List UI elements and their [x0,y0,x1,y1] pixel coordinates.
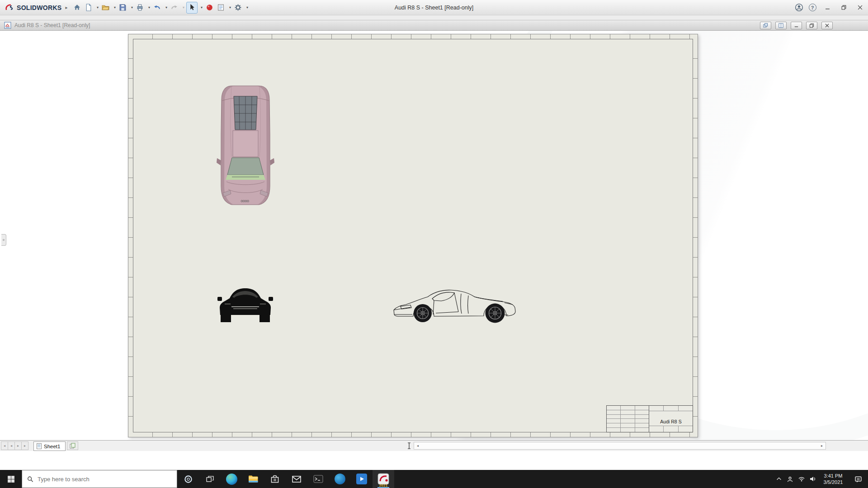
marketplace-button[interactable] [204,2,215,14]
tile-windows-icon [778,23,783,28]
account-button[interactable] [792,1,806,14]
caret-down-icon[interactable]: ▾ [164,5,168,9]
drawing-view-front[interactable] [217,287,273,323]
sheet-tab-bar: ◂ ◂ ▸ ▸ Sheet1 ◂ ▸ [0,440,868,451]
help-button[interactable]: ? [806,1,819,14]
caret-down-icon[interactable]: ▾ [147,5,151,9]
add-sheet-button[interactable] [67,441,78,450]
last-sheet-button[interactable]: ▸ [21,441,28,450]
taskbar-search[interactable] [22,470,177,488]
search-input[interactable] [38,476,172,483]
car-top-view-drawing [217,84,274,206]
tray-user-button[interactable] [784,476,796,483]
edge-button[interactable] [221,470,242,488]
scroll-right-icon[interactable]: ▸ [818,444,826,448]
caret-down-icon[interactable]: ▾ [245,5,249,9]
file-explorer-icon [248,474,259,484]
gear-icon [234,4,242,11]
sheet-navigation: ◂ ◂ ▸ ▸ [1,441,28,450]
doc-restore-button[interactable] [806,22,817,29]
3ds-logo-icon [5,3,14,12]
ruler-top [133,34,693,39]
doc-minimize-button[interactable] [791,22,802,29]
sheet-icon [37,443,42,449]
redo-icon [170,4,178,11]
minimize-icon [825,5,830,10]
home-icon [73,4,81,11]
tab-sheet1[interactable]: Sheet1 [33,441,66,451]
file-properties-button[interactable] [216,2,226,14]
solidworks-taskbar-button[interactable]: 2021 [373,470,394,488]
network-button[interactable] [796,475,807,483]
collapsed-panel-handle[interactable] [1,234,6,246]
app-titlebar: SOLIDWORKS ▸ ▾ ▾ [0,0,868,15]
cortana-button[interactable] [177,470,199,488]
solidworks-logo: SOLIDWORKS [0,3,63,12]
select-tool-button[interactable] [186,2,198,14]
store-button[interactable] [264,470,286,488]
graphics-area[interactable]: Audi R8 S [0,31,868,440]
car-front-view-drawing [217,287,273,323]
minimize-icon [794,23,799,28]
red-sphere-icon [206,4,213,11]
restore-button[interactable] [835,0,852,15]
file-explorer-button[interactable] [242,470,264,488]
document-titlebar: Audi R8 S - Sheet1 [Read-only] [0,20,868,31]
media-player-icon [356,474,367,484]
undo-button[interactable] [152,2,162,14]
ruler-bottom [133,432,693,437]
file-properties-icon [217,4,225,11]
undo-icon [153,4,161,11]
browser-button[interactable] [329,470,351,488]
save-button[interactable] [118,2,128,14]
horizontal-scrollbar[interactable]: ◂ ▸ [414,442,826,450]
open-folder-icon [102,4,109,11]
caret-down-icon[interactable]: ▾ [95,5,99,9]
close-button[interactable] [852,0,868,15]
add-sheet-icon [70,443,75,449]
caret-down-icon[interactable]: ▾ [113,5,117,9]
caret-down-icon[interactable]: ▾ [228,5,232,9]
doc-tile-button[interactable] [775,22,787,29]
doc-cascade-button[interactable] [760,22,771,29]
drawing-sheet[interactable]: Audi R8 S [128,34,698,437]
ibeam-cursor [407,442,411,449]
clock-time: 3:41 PM [824,473,843,479]
menu-flyout-icon[interactable]: ▸ [65,5,67,10]
media-player-button[interactable] [351,470,373,488]
windows-logo-icon [7,475,15,483]
title-block-part-name: Audi R8 S [649,411,693,426]
minimize-button[interactable] [819,0,835,15]
home-button[interactable] [72,2,82,14]
options-button[interactable] [233,2,243,14]
redo-button[interactable] [169,2,179,14]
action-center-button[interactable] [848,475,868,483]
quick-access-toolbar: ▾ ▾ ▾ ▾ [72,2,249,14]
taskbar-clock[interactable]: 3:41 PM 3/5/2021 [818,473,848,486]
caret-down-icon[interactable]: ▾ [199,5,203,9]
drawing-view-side[interactable] [392,286,519,323]
clock-date: 3/5/2021 [824,479,843,485]
next-sheet-button[interactable]: ▸ [14,441,22,450]
start-button[interactable] [0,470,22,488]
open-button[interactable] [100,2,111,14]
drawing-view-top[interactable] [217,84,274,206]
volume-button[interactable] [807,475,818,483]
doc-close-button[interactable] [821,22,833,29]
print-button[interactable] [135,2,145,14]
new-document-button[interactable] [83,2,94,14]
scroll-left-icon[interactable]: ◂ [414,444,421,448]
previous-sheet-button[interactable]: ◂ [8,441,15,450]
help-icon: ? [809,4,816,11]
tray-expand-button[interactable] [773,476,784,482]
brand-name: SOLIDWORKS [17,4,61,11]
sheet-tab-label: Sheet1 [44,444,60,449]
mail-button[interactable] [286,470,307,488]
caret-down-icon[interactable]: ▾ [130,5,134,9]
first-sheet-button[interactable]: ◂ [1,441,8,450]
task-view-button[interactable] [199,470,221,488]
title-block-main: Audi R8 S [649,406,693,432]
restore-icon [841,5,846,10]
console-button[interactable] [307,470,329,488]
console-icon [313,474,324,484]
